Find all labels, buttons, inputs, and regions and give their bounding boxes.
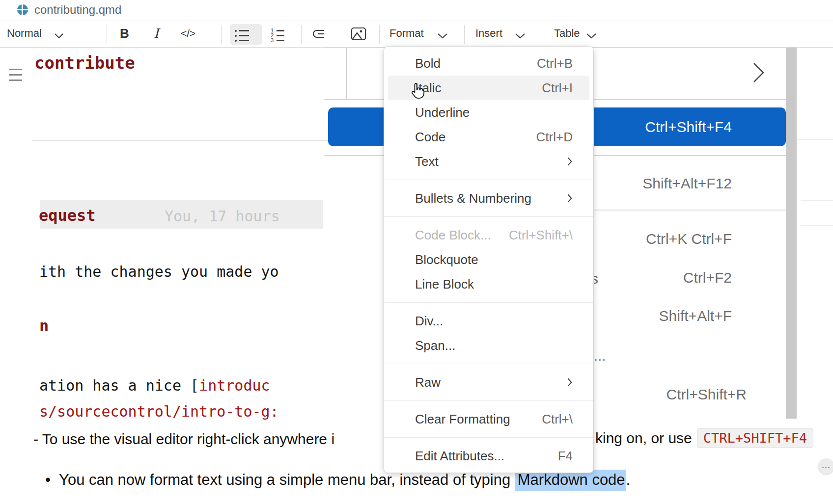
submenu-chevron-icon (567, 193, 573, 203)
menu-item-edit-attributes[interactable]: Edit Attributes...F4 (384, 444, 593, 468)
menu-item-shortcut: Ctrl+\ (542, 412, 573, 427)
chevron-down-icon[interactable] (54, 33, 64, 39)
tab-bar: contributing.qmd (0, 0, 833, 21)
chevron-down-icon[interactable] (515, 33, 526, 39)
menu-item-line-block[interactable]: Line Block (384, 272, 593, 296)
editor-line-fragment: ith the changes you made yo (39, 263, 329, 280)
menu-item-shortcut: Ctrl+B (537, 56, 573, 71)
editor-toolbar: Normal B I </> 1 2 3 (0, 21, 833, 48)
shortcut-row: Ctrl+K Ctrl+F (646, 231, 732, 247)
menu-item-span[interactable]: Span... (384, 333, 593, 358)
menu-item-shortcut: Ctrl+D (536, 130, 573, 145)
selected-text: Markdown code (515, 470, 626, 491)
menu-item-clear-formatting[interactable]: Clear FormattingCtrl+\ (384, 407, 593, 431)
menu-item-div[interactable]: Div... (384, 309, 593, 333)
menu-item-raw[interactable]: Raw (384, 370, 593, 395)
bold-button[interactable]: B (120, 26, 129, 41)
menu-item-shortcut: F4 (558, 449, 573, 464)
menu-item-label: Text (415, 154, 439, 169)
scrollbar[interactable] (786, 48, 797, 419)
italic-button[interactable]: I (154, 26, 159, 41)
menu-item-label: Code (415, 130, 445, 145)
shortcut-row: Ctrl+Shift+R (666, 386, 747, 403)
menu-item-label: Bold (415, 56, 441, 71)
menu-item-shortcut: Ctrl+I (542, 80, 573, 96)
toolbar-separator (301, 25, 302, 44)
link-icon[interactable] (312, 28, 330, 40)
editor-url-line: s/sourcecontrol/intro-to-g: (39, 403, 279, 420)
divider (797, 139, 833, 140)
menu-item-text[interactable]: Text (384, 149, 593, 174)
doc-tip-line-right: king on, or use CTRL+SHIFT+F4 (595, 428, 813, 448)
toolbar-separator (464, 25, 465, 44)
menu-separator (384, 400, 593, 401)
menu-item-code-block: Code Block...Ctrl+Shift+\ (384, 223, 593, 247)
chevron-down-icon[interactable] (437, 33, 448, 39)
doc-bullet-line: • You can now format text using a simple… (45, 471, 630, 489)
editor-heading-fragment: contribute (34, 53, 135, 73)
shortcut-row: Shift+Alt+F (659, 308, 732, 324)
submenu-chevron-icon (567, 157, 573, 166)
menu-item-shortcut: Ctrl+Shift+\ (509, 228, 573, 243)
menu-separator (384, 180, 593, 180)
hand-cursor-icon (410, 82, 425, 101)
menu-item-bold[interactable]: BoldCtrl+B (384, 51, 593, 76)
divider (346, 48, 347, 100)
inline-code-badge: CTRL+SHIFT+F4 (697, 428, 813, 448)
submenu-chevron-icon (567, 377, 573, 387)
divider (593, 210, 786, 211)
hamburger-menu-icon[interactable] (9, 69, 22, 85)
menu-item-underline[interactable]: Underline (384, 100, 593, 125)
numbered-list-icon: 1 2 3 (271, 29, 284, 42)
chevron-down-icon[interactable] (586, 33, 597, 39)
insert-menu-button[interactable]: Insert (475, 27, 502, 40)
selected-shortcut-value: Ctrl+Shift+F4 (593, 107, 732, 146)
format-menu-button[interactable]: Format (389, 27, 424, 40)
menu-item-blockquote[interactable]: Blockquote (384, 247, 593, 272)
doc-tip-line-left: - To use the visual editor right-click a… (33, 431, 385, 448)
menu-item-bullets-numbering[interactable]: Bullets & Numbering (384, 186, 593, 211)
toolbar-separator (379, 25, 380, 44)
divider (32, 140, 349, 141)
blame-heading-fragment: equest (39, 206, 96, 225)
bullet-list-button[interactable] (230, 24, 262, 45)
table-menu-button[interactable]: Table (554, 27, 580, 40)
menu-item-label: Line Block (415, 277, 474, 292)
more-actions-button[interactable]: ... (818, 458, 833, 474)
toolbar-separator (107, 25, 107, 44)
chevron-right-icon[interactable] (751, 61, 766, 84)
visual-editor-window: contributing.qmd Normal B I </> 1 2 3 (0, 0, 833, 504)
bullet-list-icon (230, 24, 262, 42)
tab-title[interactable]: contributing.qmd (34, 3, 121, 17)
menu-item-label: Code Block... (415, 228, 491, 243)
git-blame-meta: You, 17 hours (165, 208, 280, 225)
globe-file-icon (17, 4, 28, 15)
toolbar-separator (542, 25, 542, 44)
editor-link-line: ation has a nice [introduc (39, 377, 270, 394)
format-menu: BoldCtrl+BItalicCtrl+IUnderlineCodeCtrl+… (384, 47, 593, 473)
shortcut-row: Shift+Alt+F12 (642, 175, 732, 192)
menu-separator (384, 437, 593, 438)
menu-separator (384, 302, 593, 303)
menu-item-label: Bullets & Numbering (415, 191, 531, 206)
menu-item-label: Blockquote (415, 252, 478, 267)
toolbar-separator (221, 25, 222, 44)
menu-item-label: Raw (415, 375, 441, 390)
menu-separator (384, 216, 593, 217)
inline-code-button[interactable]: </> (181, 27, 195, 39)
paragraph-style-dropdown[interactable]: Normal (7, 27, 42, 40)
editor-line-fragment: n (39, 317, 49, 335)
shortcut-row: Ctrl+F2 (683, 269, 732, 286)
menu-item-label: Edit Attributes... (415, 449, 504, 464)
image-icon[interactable] (351, 27, 366, 41)
menu-separator (384, 364, 593, 364)
menu-item-label: Underline (415, 105, 470, 120)
numbered-list-button[interactable]: 1 2 3 (271, 27, 284, 44)
menu-item-label: Div... (415, 314, 443, 329)
divider (801, 225, 833, 226)
menu-item-code[interactable]: CodeCtrl+D (384, 125, 593, 149)
menu-item-label: Clear Formatting (415, 412, 510, 427)
menu-item-label: Span... (415, 338, 455, 353)
doc-tip-text: king on, or use (595, 430, 692, 447)
divider (801, 200, 833, 201)
